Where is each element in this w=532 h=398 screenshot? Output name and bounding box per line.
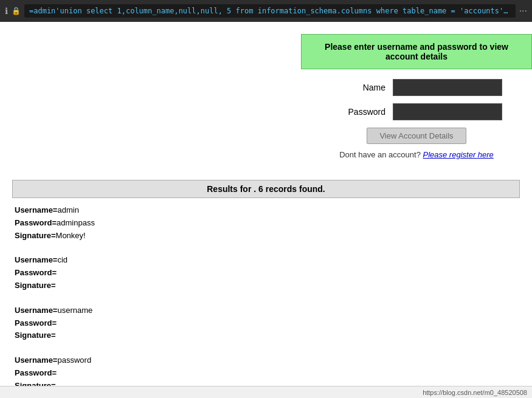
status-bar: https://blog.csdn.net/m0_48520508 — [0, 386, 532, 398]
record-signature: Signature=Monkey! — [15, 230, 517, 242]
status-url: https://blog.csdn.net/m0_48520508 — [423, 389, 527, 396]
login-area: Please enter username and password to vi… — [301, 34, 532, 159]
name-input[interactable] — [393, 79, 502, 96]
address-bar[interactable]: =admin'union select 1,column_name,null,n… — [24, 4, 516, 18]
record-password: Password=adminpass — [15, 217, 517, 230]
name-label: Name — [331, 83, 385, 92]
name-row: Name — [301, 79, 532, 96]
info-icon[interactable]: ℹ — [5, 6, 8, 16]
record-signature: Signature= — [15, 280, 517, 292]
password-input[interactable] — [393, 103, 502, 120]
password-row: Password — [301, 103, 532, 120]
record-username: Username=password — [15, 354, 517, 367]
view-account-button[interactable]: View Account Details — [367, 128, 466, 144]
lock-icon: 🔒 — [12, 7, 21, 15]
page-content: Please enter username and password to vi… — [0, 22, 532, 398]
record-password: Password= — [15, 267, 517, 280]
results-header: Results for . 6 records found. — [12, 180, 520, 198]
table-row: Username=admin Password=adminpass Signat… — [15, 204, 517, 242]
record-username: Username=username — [15, 304, 517, 317]
browser-menu-icon[interactable]: ··· — [519, 5, 527, 16]
table-row: Username=username Password= Signature= — [15, 304, 517, 342]
record-username: Username=admin — [15, 204, 517, 217]
browser-chrome: ℹ 🔒 =admin'union select 1,column_name,nu… — [0, 0, 532, 22]
register-link[interactable]: Please register here — [423, 150, 494, 159]
record-password: Password= — [15, 367, 517, 380]
results-section: Results for . 6 records found. Username=… — [12, 180, 520, 398]
table-row: Username=cid Password= Signature= — [15, 254, 517, 292]
address-text: =admin'union select 1,column_name,null,n… — [29, 7, 508, 15]
results-body: Username=admin Password=adminpass Signat… — [12, 198, 520, 398]
register-text-row: Dont have an account? Please register he… — [301, 150, 532, 159]
record-signature: Signature= — [15, 329, 517, 342]
login-message: Please enter username and password to vi… — [301, 34, 532, 69]
password-label: Password — [331, 107, 385, 117]
record-username: Username=cid — [15, 254, 517, 267]
record-password: Password= — [15, 317, 517, 330]
register-prompt: Dont have an account? — [339, 150, 421, 159]
submit-row: View Account Details — [301, 128, 532, 144]
